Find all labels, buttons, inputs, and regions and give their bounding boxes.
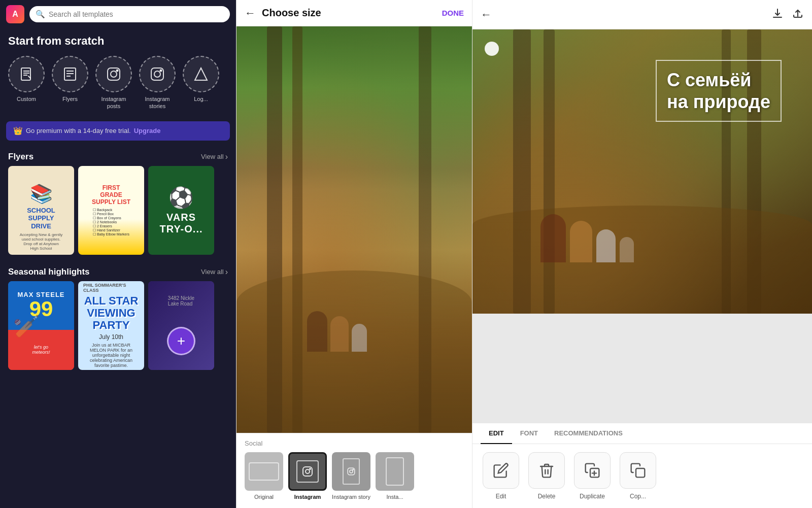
svg-point-13 [160, 70, 162, 72]
firstgrade-title: FIRSTGRADESUPPLY LIST [92, 184, 130, 206]
size-thumb-original [245, 452, 283, 491]
top-bar: A 🔍 [0, 0, 236, 26]
template-type-logos[interactable]: Log... [183, 56, 219, 110]
instagram-stories-icon-circle [139, 56, 176, 92]
instagram-posts-icon-circle [95, 56, 132, 92]
flyers-icon-circle [52, 56, 88, 92]
instagram-stories-label: Instagram stories [145, 95, 170, 110]
right-back-button[interactable]: ← [481, 8, 492, 21]
family-photo-main [236, 26, 472, 433]
flyers-section-header: Flyers View all [0, 146, 236, 166]
svg-point-19 [350, 470, 353, 473]
size-section-label: Social [245, 439, 464, 447]
tab-font[interactable]: FONT [512, 423, 546, 444]
size-option-original[interactable]: Original [245, 452, 283, 500]
start-from-scratch-section: Start from scratch Custom [0, 26, 236, 116]
search-input[interactable] [49, 10, 224, 18]
flyer-card-soccer[interactable]: ⚽ VARSTRY-O... [148, 166, 214, 255]
right-family-photo: С семьёйна природе [472, 29, 812, 314]
size-thumb-instagram [288, 452, 327, 491]
seasonal-card-baseball[interactable]: MAX STEELE 99 let's gometeors! 🏏 [8, 281, 74, 370]
original-shape-icon [249, 462, 279, 481]
right-header-icons [771, 7, 804, 22]
size-thumb-instagram-story [332, 452, 370, 491]
duplicate-icon-box [574, 452, 611, 489]
left-panel: A 🔍 Start from scratch Custom [0, 0, 236, 508]
instagram-label: Instagram [294, 494, 321, 500]
size-option-extra[interactable]: Insta... [376, 452, 414, 500]
flyer-card-school[interactable]: 📚 SCHOOLSUPPLYDRIVE Accepting New & gent… [8, 166, 74, 255]
action-buttons: Edit Delete [472, 444, 812, 508]
school-supply-sub: Accepting New & gentlyused school suppli… [20, 232, 63, 251]
flyers-label: Flyers [62, 95, 78, 103]
seasonal-title: Seasonal highlights [8, 267, 90, 277]
canvas-preview [236, 26, 472, 433]
search-icon: 🔍 [36, 10, 45, 19]
seasonal-view-all[interactable]: View all [201, 267, 228, 277]
size-chooser: Social Original [236, 433, 472, 508]
text-overlay[interactable]: С семьёйна природе [656, 60, 782, 122]
tab-edit[interactable]: EDIT [481, 423, 512, 444]
soccer-title: VARSTRY-O... [159, 212, 202, 235]
template-type-list: Custom Flyers [8, 56, 228, 110]
copy-icon-box [620, 452, 656, 489]
svg-marker-14 [195, 68, 207, 80]
right-panel: ← [472, 0, 812, 508]
seasonal-cards: MAX STEELE 99 let's gometeors! 🏏 PHIL SO… [0, 281, 236, 376]
svg-point-20 [353, 469, 354, 470]
instagram-story-label: Instagram story [332, 494, 370, 500]
size-option-instagram[interactable]: Instagram [288, 452, 327, 500]
instagram-posts-label: Instagram posts [101, 95, 126, 110]
seasonal-section-header: Seasonal highlights View all [0, 261, 236, 281]
svg-point-16 [306, 469, 310, 473]
action-edit-button[interactable]: Edit [481, 452, 521, 500]
duplicate-action-label: Duplicate [580, 493, 605, 500]
middle-panel: ← Choose size DONE Social [236, 0, 472, 508]
template-type-custom[interactable]: Custom [8, 56, 45, 110]
seasonal-card-allstar[interactable]: PHIL SOMMARER'S CLASS ALL STARVIEWING PA… [78, 281, 144, 370]
download-button[interactable] [771, 7, 784, 22]
search-bar[interactable]: 🔍 [29, 6, 230, 22]
logos-icon-circle [183, 56, 219, 92]
svg-point-10 [117, 70, 118, 72]
firstgrade-list: Backpack Pencil Box Box of Crayons 2 Not… [93, 208, 129, 236]
seasonal-card-extra[interactable]: 3482 NickleLake Road + [148, 281, 214, 370]
school-supply-title: SCHOOLSUPPLYDRIVE [27, 207, 55, 230]
overlay-text: С семьёйна природе [667, 70, 770, 112]
extra-label: Insta... [386, 494, 403, 500]
template-type-instagram-stories[interactable]: Instagram stories [139, 56, 176, 110]
action-delete-button[interactable]: Delete [526, 452, 567, 500]
tab-recommendations[interactable]: RECOMMENDATIONS [546, 423, 631, 444]
template-type-instagram-posts[interactable]: Instagram posts [95, 56, 132, 110]
edit-tabs: EDIT FONT RECOMMENDATIONS [472, 423, 812, 444]
action-duplicate-button[interactable]: Duplicate [572, 452, 613, 500]
delete-action-label: Delete [538, 493, 556, 500]
done-button[interactable]: DONE [442, 9, 464, 17]
premium-banner[interactable]: 👑 Go premium with a 14-day free trial. U… [6, 121, 230, 141]
upgrade-link[interactable]: Upgrade [134, 127, 161, 134]
school-icon: 📚 [30, 183, 53, 205]
edit-action-label: Edit [496, 493, 506, 500]
app-logo[interactable]: A [6, 5, 24, 23]
flyers-title: Flyers [8, 152, 33, 162]
svg-point-17 [310, 468, 311, 469]
extra-shape-icon [386, 457, 404, 486]
middle-back-button[interactable]: ← [245, 8, 256, 19]
action-copy-button[interactable]: Cop... [618, 452, 658, 500]
flyer-card-firstgrade[interactable]: FIRSTGRADESUPPLY LIST Backpack Pencil Bo… [78, 166, 144, 255]
delete-icon-box [528, 452, 565, 489]
share-button[interactable] [792, 7, 804, 22]
size-option-instagram-story[interactable]: Instagram story [332, 452, 370, 500]
start-scratch-title: Start from scratch [8, 35, 228, 48]
flyers-view-all[interactable]: View all [201, 152, 228, 161]
size-options-list: Original Instagram [245, 452, 464, 502]
custom-icon-circle [8, 56, 45, 92]
instagram-shape-icon [296, 460, 319, 483]
svg-rect-0 [21, 68, 30, 80]
svg-point-9 [111, 71, 117, 77]
svg-point-12 [154, 71, 160, 77]
allstar-title: ALL STARVIEWING PARTY [83, 295, 139, 332]
copy-action-label: Cop... [630, 493, 646, 500]
template-type-flyers[interactable]: Flyers [52, 56, 88, 110]
white-circle-indicator [485, 42, 499, 56]
